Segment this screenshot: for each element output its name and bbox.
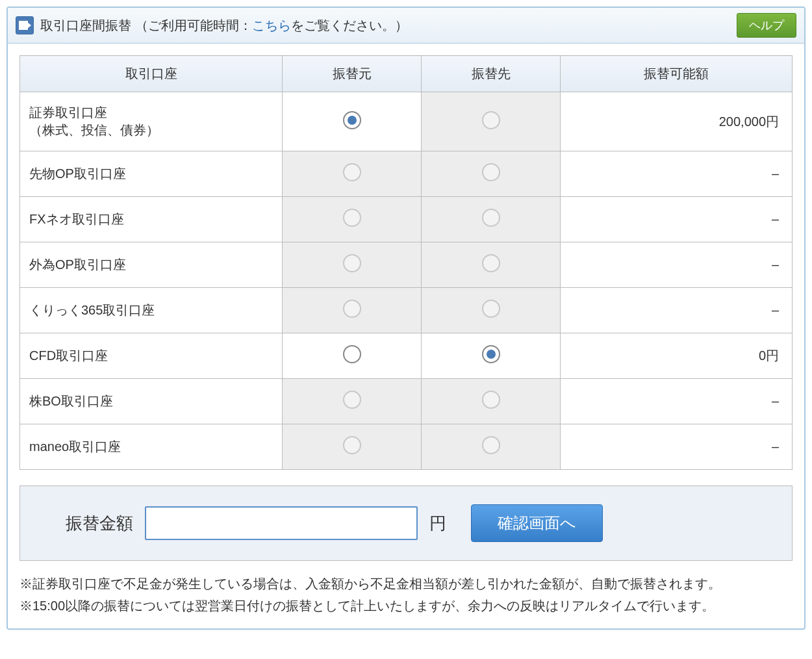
th-to: 振替先 [422, 56, 561, 92]
account-name-line2: （株式、投信、債券） [29, 123, 159, 137]
from-radio[interactable] [343, 111, 361, 129]
panel-header: 取引口座間振替 （ご利用可能時間：こちらをご覧ください。） ヘルプ [8, 8, 804, 44]
from-cell [283, 333, 422, 379]
th-from: 振替元 [283, 56, 422, 92]
confirm-button[interactable]: 確認画面へ [471, 504, 603, 542]
account-name-line1: 証券取引口座 [29, 105, 107, 120]
from-cell [283, 92, 422, 151]
table-row: 外為OP取引口座– [20, 242, 793, 288]
to-radio [482, 254, 500, 272]
th-account: 取引口座 [20, 56, 283, 92]
from-cell [283, 288, 422, 333]
to-cell [422, 242, 561, 288]
transfer-bar: 振替金額 円 確認画面へ [19, 485, 793, 561]
to-radio [482, 163, 500, 181]
from-radio[interactable] [343, 345, 361, 363]
transfer-panel: 取引口座間振替 （ご利用可能時間：こちらをご覧ください。） ヘルプ 取引口座 振… [6, 6, 806, 630]
from-radio [343, 163, 361, 181]
to-cell [422, 151, 561, 197]
available-amount-cell: – [561, 379, 793, 424]
available-amount-cell: – [561, 288, 793, 333]
to-radio [482, 300, 500, 318]
th-available: 振替可能額 [561, 56, 793, 92]
account-name-cell: FXネオ取引口座 [20, 197, 283, 242]
from-radio [343, 391, 361, 409]
available-amount-cell: – [561, 151, 793, 197]
title-prefix: 取引口座間振替 （ご利用可能時間： [40, 18, 252, 32]
account-name-line1: maneo取引口座 [29, 439, 121, 454]
to-radio [482, 436, 500, 454]
from-radio [343, 209, 361, 227]
title-suffix: をご覧ください。） [291, 18, 408, 32]
to-radio[interactable] [482, 345, 500, 363]
from-cell [283, 151, 422, 197]
from-cell [283, 242, 422, 288]
to-radio [482, 111, 500, 129]
accounts-table: 取引口座 振替元 振替先 振替可能額 証券取引口座（株式、投信、債券）200,0… [19, 55, 793, 470]
account-name-cell: 外為OP取引口座 [20, 242, 283, 288]
account-name-cell: くりっく365取引口座 [20, 288, 283, 333]
notes: ※証券取引口座で不足金が発生している場合は、入金額から不足金相当額が差し引かれた… [8, 573, 804, 628]
help-button[interactable]: ヘルプ [737, 13, 796, 38]
transfer-icon [16, 16, 34, 34]
account-name-line1: CFD取引口座 [29, 348, 108, 363]
from-cell [283, 424, 422, 470]
from-radio [343, 300, 361, 318]
to-radio [482, 209, 500, 227]
to-cell [422, 379, 561, 424]
table-row: CFD取引口座0円 [20, 333, 793, 379]
available-amount-cell: 0円 [561, 333, 793, 379]
available-amount-cell: – [561, 197, 793, 242]
table-row: 証券取引口座（株式、投信、債券）200,000円 [20, 92, 793, 151]
from-radio [343, 254, 361, 272]
available-amount-cell: 200,000円 [561, 92, 793, 151]
account-name-line1: 外為OP取引口座 [29, 257, 126, 272]
table-row: FXネオ取引口座– [20, 197, 793, 242]
note-1: ※証券取引口座で不足金が発生している場合は、入金額から不足金相当額が差し引かれた… [19, 573, 793, 595]
account-name-cell: 証券取引口座（株式、投信、債券） [20, 92, 283, 151]
to-cell [422, 197, 561, 242]
to-cell [422, 92, 561, 151]
availability-link[interactable]: こちら [252, 18, 291, 32]
to-cell [422, 333, 561, 379]
transfer-amount-label: 振替金額 [66, 512, 133, 535]
from-cell [283, 379, 422, 424]
account-name-line1: 株BO取引口座 [29, 394, 113, 408]
account-name-line1: 先物OP取引口座 [29, 166, 126, 181]
account-name-line1: FXネオ取引口座 [29, 212, 124, 226]
table-row: maneo取引口座– [20, 424, 793, 470]
to-cell [422, 424, 561, 470]
table-row: 株BO取引口座– [20, 379, 793, 424]
account-name-cell: CFD取引口座 [20, 333, 283, 379]
panel-body: 取引口座 振替元 振替先 振替可能額 証券取引口座（株式、投信、債券）200,0… [8, 44, 804, 573]
note-2: ※15:00以降の振替については翌営業日付けの振替として計上いたしますが、余力へ… [19, 595, 793, 617]
account-name-cell: maneo取引口座 [20, 424, 283, 470]
yen-unit: 円 [429, 512, 446, 535]
from-radio [343, 436, 361, 454]
page-title: 取引口座間振替 （ご利用可能時間：こちらをご覧ください。） [40, 17, 737, 34]
account-name-cell: 先物OP取引口座 [20, 151, 283, 197]
available-amount-cell: – [561, 242, 793, 288]
account-name-line1: くりっく365取引口座 [29, 303, 155, 317]
account-name-cell: 株BO取引口座 [20, 379, 283, 424]
table-row: くりっく365取引口座– [20, 288, 793, 333]
available-amount-cell: – [561, 424, 793, 470]
transfer-amount-input[interactable] [145, 506, 418, 540]
to-cell [422, 288, 561, 333]
to-radio [482, 391, 500, 409]
table-row: 先物OP取引口座– [20, 151, 793, 197]
from-cell [283, 197, 422, 242]
